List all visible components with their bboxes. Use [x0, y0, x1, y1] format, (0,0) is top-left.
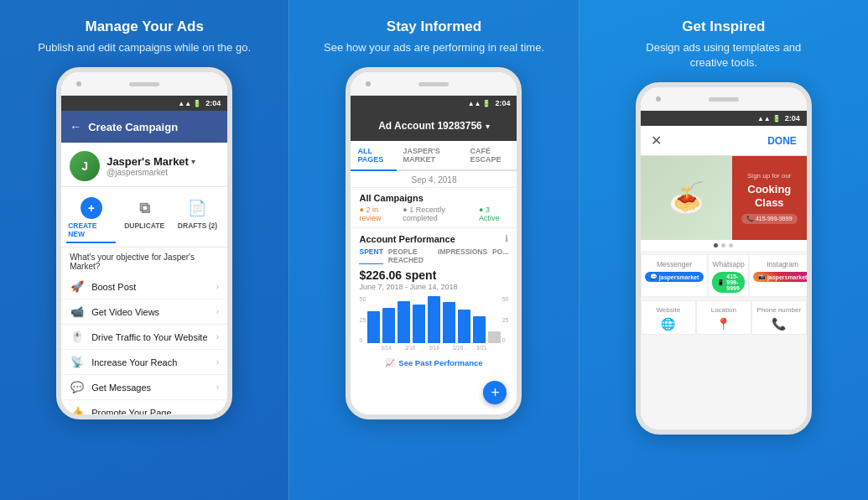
camera-right — [656, 96, 661, 102]
back-icon[interactable]: ← — [70, 120, 81, 133]
bar-label: 3/16 — [405, 345, 416, 351]
ad-account-title: Ad Account 19283756 — [378, 120, 482, 132]
phone-top-bar-left — [61, 72, 227, 96]
left-nav-bar: ← Create Campaign — [61, 111, 227, 143]
phone-right: ▲▲ 🔋 2:04 ✕ DONE 🍝 Sign up for our Cooki… — [636, 82, 812, 435]
get-messages-icon: 💬 — [70, 381, 85, 393]
tab-all-pages[interactable]: ALL PAGES — [351, 141, 396, 171]
messenger-badge[interactable]: 💬 jaspersmarket — [645, 272, 704, 282]
boost-post-label: Boost Post — [91, 282, 210, 292]
ad-image-cta: Sign up for our Cooking Class 📞 415-999-… — [732, 156, 807, 240]
bar-label — [442, 345, 450, 351]
dropdown-arrow-icon[interactable]: ▾ — [191, 157, 195, 166]
ad-image: 🍝 Sign up for our Cooking Class 📞 415-99… — [641, 156, 807, 240]
status-icons-center: ▲▲ 🔋 — [468, 100, 491, 107]
tab-impressions[interactable]: IMPRESSIONS — [438, 247, 487, 264]
tab-jaspers-market[interactable]: JASPER'S MARKET — [397, 141, 464, 169]
dot — [729, 243, 733, 247]
camera-center — [366, 81, 371, 86]
list-item[interactable]: 💬 Get Messages › — [61, 375, 227, 400]
panel-right-title: Get Inspired — [682, 18, 765, 35]
panel-left-subtitle: Publish and edit campaigns while on the … — [38, 40, 251, 55]
bar-chart: 50 25 0 — [359, 296, 508, 355]
phone-number-cell[interactable]: Phone number 📞 — [751, 300, 807, 335]
tab-people-reached[interactable]: PEOPLE REACHED — [388, 247, 433, 264]
increase-reach-icon: 📡 — [70, 356, 85, 368]
instagram-badge[interactable]: 📷 jaspersmarket — [753, 272, 807, 282]
campaigns-status: ● 2 in review ● 1 Recently completed ● 3… — [359, 206, 508, 222]
dot — [721, 243, 725, 247]
bar — [367, 311, 380, 343]
tab-cafe-escape[interactable]: CAFÉ ESCAPE — [463, 141, 517, 169]
ad-preview: 🍝 Sign up for our Cooking Class 📞 415-99… — [641, 156, 807, 240]
close-icon[interactable]: ✕ — [651, 133, 662, 148]
bar — [413, 305, 425, 343]
y-label: 25 — [359, 317, 366, 323]
phone-center: ▲▲ 🔋 2:04 Ad Account 19283756 ▾ ALL PAGE… — [346, 67, 522, 419]
whatsapp-cell: Whatsapp 📱 415-999-9999 — [708, 254, 749, 297]
wifi-icon: ▲▲ — [468, 100, 481, 107]
drafts-label: DRAFTS (2) — [178, 221, 217, 230]
drafts-btn[interactable]: 📄 DRAFTS (2) — [173, 194, 222, 243]
chart-icon: 📈 — [385, 358, 395, 367]
video-views-label: Get Video Views — [91, 307, 210, 317]
dropdown-icon[interactable]: ▾ — [486, 122, 490, 131]
tab-spent[interactable]: SPENT — [359, 247, 382, 264]
bar — [382, 308, 395, 343]
create-new-btn[interactable]: + CREATE NEW — [66, 194, 116, 243]
panel-left-title: Manage Your Ads — [85, 18, 203, 35]
messenger-cell: Messenger 💬 jaspersmarket — [641, 254, 708, 297]
y-label: 50 — [359, 296, 366, 302]
website-cell[interactable]: Website 🌐 — [641, 300, 696, 335]
bar-label: 3/14 — [381, 345, 392, 351]
account-header: J Jasper's Market ▾ @jaspersmarket — [61, 143, 227, 187]
bar-label: 3/18 — [429, 345, 439, 351]
duplicate-btn[interactable]: ⧉ DUPLICATE — [119, 194, 169, 243]
completed-status: ● 1 Recently completed — [403, 206, 474, 222]
avatar: J — [70, 151, 100, 181]
bar — [398, 301, 410, 343]
done-button[interactable]: DONE — [767, 135, 797, 147]
tab-pos[interactable]: PO... — [492, 247, 508, 264]
chevron-right-icon: › — [216, 357, 219, 367]
list-item[interactable]: 👍 Promote Your Page › — [61, 400, 227, 414]
speaker-right — [709, 97, 739, 102]
status-bar-center: ▲▲ 🔋 2:04 — [351, 96, 517, 111]
whatsapp-icon: 📱 — [717, 279, 725, 286]
bottom-grid: Website 🌐 Location 📍 Phone number 📞 — [641, 300, 807, 335]
perf-title: Account Performance — [359, 234, 455, 244]
bar — [473, 316, 486, 343]
plus-icon: + — [81, 197, 102, 219]
phone-top-bar-right — [641, 87, 807, 111]
status-time-right: 2:04 — [785, 114, 800, 122]
info-icon[interactable]: ℹ — [505, 233, 508, 244]
whatsapp-value: 415-999-9999 — [726, 273, 740, 291]
left-phone-content: ← Create Campaign J Jasper's Market ▾ @j… — [61, 111, 227, 414]
ad-phone-badge: 📞 415-999-9999 — [741, 214, 798, 224]
instagram-cell: Instagram 📷 jaspersmarket — [749, 254, 807, 297]
instagram-value: jaspersmarket — [767, 274, 807, 280]
chevron-right-icon: › — [216, 332, 219, 341]
phone-icon: 📞 — [772, 317, 786, 331]
video-views-icon: 📹 — [70, 305, 85, 318]
bars-area — [367, 296, 500, 343]
bar-label — [394, 345, 403, 351]
messenger-label: Messenger — [657, 260, 692, 268]
instagram-icon: 📷 — [758, 273, 766, 280]
bar — [488, 331, 501, 343]
list-item[interactable]: 🖱️ Drive Traffic to Your Website › — [61, 325, 227, 350]
location-cell[interactable]: Location 📍 — [696, 300, 751, 335]
whatsapp-badge[interactable]: 📱 415-999-9999 — [712, 272, 745, 293]
list-item[interactable]: 📡 Increase Your Reach › — [61, 350, 227, 375]
create-campaign-title: Create Campaign — [88, 121, 178, 133]
date-range: June 7, 2018 - June 14, 2018 — [359, 283, 508, 291]
battery-icon: 🔋 — [193, 100, 201, 107]
list-item[interactable]: 📹 Get Video Views › — [61, 299, 227, 325]
account-handle: @jaspersmarket — [107, 168, 195, 177]
ad-cta-small: Sign up for our — [747, 172, 791, 180]
center-date: Sep 4, 2018 — [351, 171, 517, 188]
see-past-performance[interactable]: 📈 See Past Performance — [359, 355, 508, 371]
y-label: 25 — [502, 317, 509, 323]
list-item[interactable]: 🚀 Boost Post › — [61, 274, 227, 299]
increase-reach-label: Increase Your Reach — [91, 357, 210, 367]
